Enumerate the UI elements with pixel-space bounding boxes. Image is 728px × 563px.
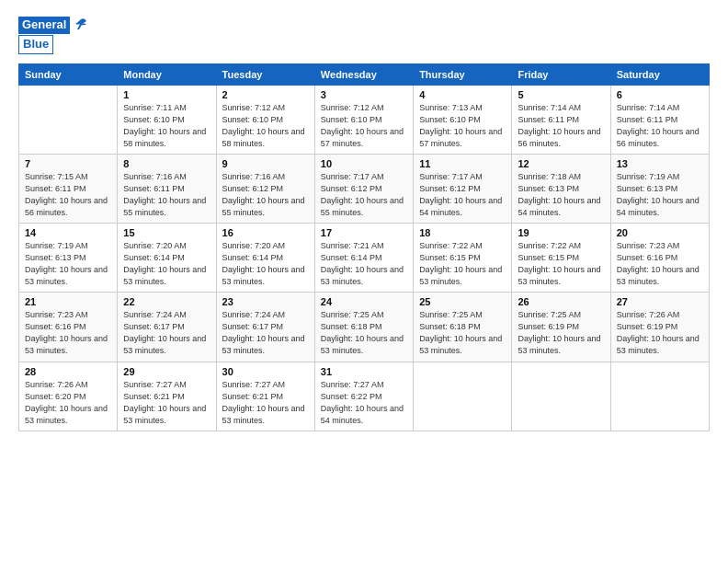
day-cell: 18Sunrise: 7:22 AMSunset: 6:15 PMDayligh… <box>414 224 512 293</box>
day-number: 8 <box>123 158 210 169</box>
day-number: 17 <box>321 227 407 238</box>
day-number: 25 <box>419 296 506 307</box>
logo: General Blue <box>18 17 88 54</box>
day-cell <box>610 362 709 431</box>
day-cell: 1Sunrise: 7:11 AMSunset: 6:10 PMDaylight… <box>118 85 216 154</box>
day-cell: 28Sunrise: 7:26 AMSunset: 6:20 PMDayligh… <box>19 362 118 431</box>
week-row-1: 1Sunrise: 7:11 AMSunset: 6:10 PMDaylight… <box>19 85 710 154</box>
logo-graphic: General Blue <box>18 17 88 54</box>
day-number: 6 <box>617 89 703 100</box>
day-number: 15 <box>123 227 210 238</box>
header: General Blue <box>18 17 710 54</box>
day-number: 24 <box>321 296 407 307</box>
day-cell: 23Sunrise: 7:24 AMSunset: 6:17 PMDayligh… <box>216 293 314 362</box>
logo-text-blue: Blue <box>18 35 53 54</box>
col-header-wednesday: Wednesday <box>314 63 413 85</box>
day-number: 3 <box>321 89 407 100</box>
day-number: 10 <box>321 158 407 169</box>
day-cell <box>512 362 610 431</box>
day-info: Sunrise: 7:18 AMSunset: 6:13 PMDaylight:… <box>518 171 604 219</box>
day-info: Sunrise: 7:19 AMSunset: 6:13 PMDaylight:… <box>617 171 703 219</box>
day-cell <box>19 85 118 154</box>
day-info: Sunrise: 7:17 AMSunset: 6:12 PMDaylight:… <box>321 171 407 219</box>
day-cell <box>414 362 512 431</box>
day-cell: 31Sunrise: 7:27 AMSunset: 6:22 PMDayligh… <box>314 362 413 431</box>
logo-text-general: General <box>18 17 70 34</box>
day-number: 31 <box>321 366 407 377</box>
day-number: 2 <box>222 89 309 100</box>
day-info: Sunrise: 7:16 AMSunset: 6:12 PMDaylight:… <box>222 171 309 219</box>
day-info: Sunrise: 7:20 AMSunset: 6:14 PMDaylight:… <box>222 240 309 288</box>
day-cell: 13Sunrise: 7:19 AMSunset: 6:13 PMDayligh… <box>610 154 709 223</box>
day-info: Sunrise: 7:26 AMSunset: 6:19 PMDaylight:… <box>617 309 703 357</box>
calendar-table: SundayMondayTuesdayWednesdayThursdayFrid… <box>18 63 710 431</box>
day-number: 5 <box>518 89 604 100</box>
day-info: Sunrise: 7:25 AMSunset: 6:18 PMDaylight:… <box>419 309 506 357</box>
day-info: Sunrise: 7:26 AMSunset: 6:20 PMDaylight:… <box>25 379 111 427</box>
day-cell: 4Sunrise: 7:13 AMSunset: 6:10 PMDaylight… <box>414 85 512 154</box>
day-cell: 3Sunrise: 7:12 AMSunset: 6:10 PMDaylight… <box>314 85 413 154</box>
day-info: Sunrise: 7:27 AMSunset: 6:21 PMDaylight:… <box>222 379 309 427</box>
day-info: Sunrise: 7:24 AMSunset: 6:17 PMDaylight:… <box>222 309 309 357</box>
day-info: Sunrise: 7:22 AMSunset: 6:15 PMDaylight:… <box>518 240 604 288</box>
day-cell: 20Sunrise: 7:23 AMSunset: 6:16 PMDayligh… <box>610 224 709 293</box>
day-cell: 17Sunrise: 7:21 AMSunset: 6:14 PMDayligh… <box>314 224 413 293</box>
day-info: Sunrise: 7:16 AMSunset: 6:11 PMDaylight:… <box>123 171 210 219</box>
day-cell: 30Sunrise: 7:27 AMSunset: 6:21 PMDayligh… <box>216 362 314 431</box>
day-number: 30 <box>222 366 309 377</box>
day-info: Sunrise: 7:12 AMSunset: 6:10 PMDaylight:… <box>321 102 407 150</box>
day-number: 27 <box>617 296 703 307</box>
day-info: Sunrise: 7:27 AMSunset: 6:22 PMDaylight:… <box>321 379 407 427</box>
week-row-5: 28Sunrise: 7:26 AMSunset: 6:20 PMDayligh… <box>19 362 710 431</box>
day-cell: 7Sunrise: 7:15 AMSunset: 6:11 PMDaylight… <box>19 154 118 223</box>
day-number: 28 <box>25 366 111 377</box>
day-number: 14 <box>25 227 111 238</box>
day-number: 18 <box>419 227 506 238</box>
day-info: Sunrise: 7:12 AMSunset: 6:10 PMDaylight:… <box>222 102 309 150</box>
logo-bird-icon <box>72 17 88 33</box>
day-cell: 12Sunrise: 7:18 AMSunset: 6:13 PMDayligh… <box>512 154 610 223</box>
day-cell: 8Sunrise: 7:16 AMSunset: 6:11 PMDaylight… <box>118 154 216 223</box>
day-cell: 19Sunrise: 7:22 AMSunset: 6:15 PMDayligh… <box>512 224 610 293</box>
week-row-3: 14Sunrise: 7:19 AMSunset: 6:13 PMDayligh… <box>19 224 710 293</box>
col-header-friday: Friday <box>512 63 610 85</box>
day-cell: 22Sunrise: 7:24 AMSunset: 6:17 PMDayligh… <box>118 293 216 362</box>
calendar-page: General Blue SundayMondayTuesdayWednesda… <box>0 0 728 563</box>
day-number: 29 <box>123 366 210 377</box>
day-number: 9 <box>222 158 309 169</box>
day-info: Sunrise: 7:11 AMSunset: 6:10 PMDaylight:… <box>123 102 210 150</box>
day-cell: 14Sunrise: 7:19 AMSunset: 6:13 PMDayligh… <box>19 224 118 293</box>
day-info: Sunrise: 7:23 AMSunset: 6:16 PMDaylight:… <box>617 240 703 288</box>
day-cell: 2Sunrise: 7:12 AMSunset: 6:10 PMDaylight… <box>216 85 314 154</box>
day-info: Sunrise: 7:23 AMSunset: 6:16 PMDaylight:… <box>25 309 111 357</box>
day-cell: 24Sunrise: 7:25 AMSunset: 6:18 PMDayligh… <box>314 293 413 362</box>
col-header-thursday: Thursday <box>414 63 512 85</box>
day-cell: 11Sunrise: 7:17 AMSunset: 6:12 PMDayligh… <box>414 154 512 223</box>
header-row: SundayMondayTuesdayWednesdayThursdayFrid… <box>19 63 710 85</box>
day-number: 23 <box>222 296 309 307</box>
col-header-monday: Monday <box>118 63 216 85</box>
day-cell: 26Sunrise: 7:25 AMSunset: 6:19 PMDayligh… <box>512 293 610 362</box>
week-row-2: 7Sunrise: 7:15 AMSunset: 6:11 PMDaylight… <box>19 154 710 223</box>
day-number: 22 <box>123 296 210 307</box>
day-cell: 6Sunrise: 7:14 AMSunset: 6:11 PMDaylight… <box>610 85 709 154</box>
day-number: 16 <box>222 227 309 238</box>
day-number: 1 <box>123 89 210 100</box>
day-info: Sunrise: 7:25 AMSunset: 6:18 PMDaylight:… <box>321 309 407 357</box>
col-header-saturday: Saturday <box>610 63 709 85</box>
day-cell: 16Sunrise: 7:20 AMSunset: 6:14 PMDayligh… <box>216 224 314 293</box>
day-number: 7 <box>25 158 111 169</box>
day-info: Sunrise: 7:27 AMSunset: 6:21 PMDaylight:… <box>123 379 210 427</box>
day-info: Sunrise: 7:24 AMSunset: 6:17 PMDaylight:… <box>123 309 210 357</box>
day-number: 4 <box>419 89 506 100</box>
day-info: Sunrise: 7:13 AMSunset: 6:10 PMDaylight:… <box>419 102 506 150</box>
day-info: Sunrise: 7:20 AMSunset: 6:14 PMDaylight:… <box>123 240 210 288</box>
day-cell: 15Sunrise: 7:20 AMSunset: 6:14 PMDayligh… <box>118 224 216 293</box>
col-header-sunday: Sunday <box>19 63 118 85</box>
day-number: 26 <box>518 296 604 307</box>
col-header-tuesday: Tuesday <box>216 63 314 85</box>
day-number: 20 <box>617 227 703 238</box>
day-number: 21 <box>25 296 111 307</box>
day-number: 12 <box>518 158 604 169</box>
day-cell: 29Sunrise: 7:27 AMSunset: 6:21 PMDayligh… <box>118 362 216 431</box>
